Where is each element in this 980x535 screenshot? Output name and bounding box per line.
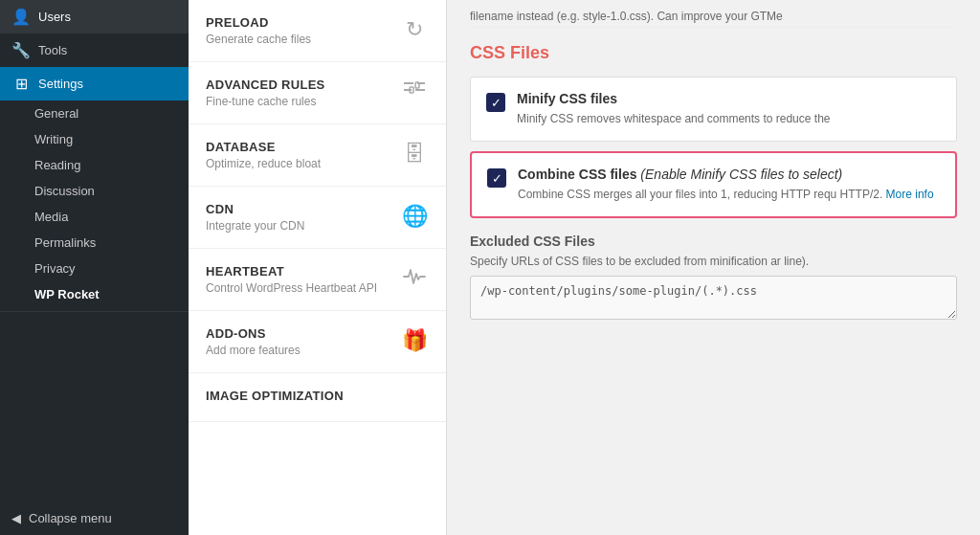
- submenu-writing[interactable]: Writing: [0, 126, 189, 152]
- collapse-menu-button[interactable]: ◀ Collapse menu: [0, 502, 189, 535]
- cdn-desc: Integrate your CDN: [206, 219, 389, 233]
- tools-icon: 🔧: [11, 41, 31, 59]
- image-optimization-title: IMAGE OPTIMIZATION: [206, 389, 429, 403]
- submenu-privacy[interactable]: Privacy: [0, 256, 189, 281]
- middle-section-preload[interactable]: PRELOAD Generate cache files ↻: [189, 0, 446, 62]
- sidebar-item-settings[interactable]: ⊞ Settings: [0, 67, 189, 100]
- middle-section-database[interactable]: DATABASE Optimize, reduce bloat 🗄: [189, 124, 446, 187]
- minify-css-desc: Minify CSS removes whitespace and commen…: [517, 110, 941, 127]
- middle-panel: PRELOAD Generate cache files ↻ ADVANCED …: [189, 0, 447, 535]
- collapse-icon: ◀: [11, 511, 21, 525]
- middle-section-cdn[interactable]: CDN Integrate your CDN 🌐: [189, 187, 446, 249]
- excluded-css-title: Excluded CSS Files: [470, 234, 957, 249]
- top-partial-text: filename instead (e.g. style-1.0.css). C…: [470, 0, 957, 28]
- preload-title: PRELOAD: [206, 15, 389, 30]
- addons-desc: Add more features: [206, 344, 389, 357]
- combine-css-title-em: (Enable Minify CSS files to select): [636, 167, 842, 182]
- middle-section-addons[interactable]: ADD-ONS Add more features 🎁: [189, 311, 446, 373]
- excluded-css-desc: Specify URLs of CSS files to be excluded…: [470, 255, 957, 268]
- sidebar-separator: [0, 311, 189, 312]
- preload-desc: Generate cache files: [206, 33, 389, 46]
- svg-rect-4: [415, 89, 425, 91]
- submenu-wp-rocket[interactable]: WP Rocket: [0, 281, 189, 307]
- combine-css-more-info-link[interactable]: More info: [886, 188, 934, 201]
- sidebar-item-tools[interactable]: 🔧 Tools: [0, 33, 189, 67]
- addons-icon: 🎁: [400, 328, 429, 353]
- database-desc: Optimize, reduce bloat: [206, 157, 389, 170]
- advanced-rules-desc: Fine-tune cache rules: [206, 95, 389, 108]
- sidebar-item-users-label: Users: [38, 10, 71, 24]
- excluded-css-section: Excluded CSS Files Specify URLs of CSS f…: [470, 234, 957, 323]
- submenu-permalinks[interactable]: Permalinks: [0, 230, 189, 256]
- main-content: filename instead (e.g. style-1.0.css). C…: [447, 0, 980, 535]
- heartbeat-desc: Control WordPress Heartbeat API: [206, 281, 389, 295]
- sidebar-item-settings-label: Settings: [38, 77, 83, 91]
- users-icon: 👤: [11, 8, 31, 26]
- database-icon: 🗄: [400, 142, 429, 167]
- submenu-discussion[interactable]: Discussion: [0, 178, 189, 204]
- svg-rect-1: [404, 82, 413, 84]
- advanced-rules-icon: [400, 79, 429, 106]
- css-files-section-title: CSS Files: [470, 43, 957, 63]
- combine-css-desc: Combine CSS merges all your files into 1…: [518, 186, 940, 203]
- middle-section-image-optimization[interactable]: IMAGE OPTIMIZATION: [189, 373, 446, 422]
- heartbeat-icon: [400, 266, 429, 293]
- submenu-general[interactable]: General: [0, 100, 189, 126]
- combine-css-checkbox[interactable]: ✓: [487, 168, 506, 188]
- heartbeat-title: HEARTBEAT: [206, 264, 389, 279]
- sidebar-item-tools-label: Tools: [38, 43, 67, 57]
- svg-rect-3: [404, 89, 412, 91]
- minify-css-title: Minify CSS files: [517, 91, 941, 106]
- settings-submenu: General Writing Reading Discussion Media…: [0, 100, 189, 307]
- submenu-media[interactable]: Media: [0, 204, 189, 230]
- cdn-icon: 🌐: [400, 204, 429, 229]
- middle-section-advanced-rules[interactable]: ADVANCED RULES Fine-tune cache rules: [189, 62, 446, 124]
- combine-css-title: Combine CSS files (Enable Minify CSS fil…: [518, 167, 940, 182]
- minify-css-card: ✓ Minify CSS files Minify CSS removes wh…: [470, 77, 957, 142]
- database-title: DATABASE: [206, 140, 389, 154]
- middle-section-heartbeat[interactable]: HEARTBEAT Control WordPress Heartbeat AP…: [189, 249, 446, 311]
- minify-css-checkbox[interactable]: ✓: [486, 93, 505, 112]
- combine-css-card: ✓ Combine CSS files (Enable Minify CSS f…: [470, 151, 957, 218]
- addons-title: ADD-ONS: [206, 326, 389, 341]
- cdn-title: CDN: [206, 202, 389, 216]
- sidebar-item-users[interactable]: 👤 Users: [0, 0, 189, 33]
- excluded-css-textarea[interactable]: [470, 276, 957, 320]
- advanced-rules-title: ADVANCED RULES: [206, 78, 389, 92]
- preload-icon: ↻: [400, 17, 429, 42]
- submenu-reading[interactable]: Reading: [0, 152, 189, 178]
- settings-icon: ⊞: [11, 75, 31, 93]
- sidebar: 👤 Users 🔧 Tools ⊞ Settings General Writi…: [0, 0, 189, 535]
- collapse-menu-label: Collapse menu: [29, 511, 112, 525]
